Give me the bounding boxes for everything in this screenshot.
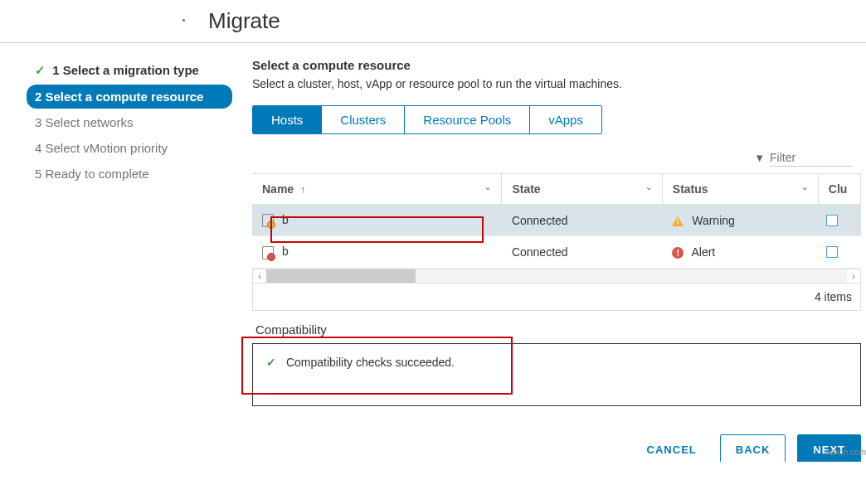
section-title: Select a compute resource bbox=[252, 58, 861, 72]
cell-state: Connected bbox=[502, 205, 662, 236]
host-warning-icon bbox=[262, 214, 274, 227]
alert-icon: ! bbox=[672, 247, 684, 259]
step-label: 2 Select a compute resource bbox=[35, 90, 203, 104]
filter-icon: ▼ bbox=[754, 152, 765, 164]
step-2[interactable]: 2 Select a compute resource bbox=[27, 85, 232, 109]
cluster-icon bbox=[828, 216, 838, 226]
tab-vapps[interactable]: vApps bbox=[530, 106, 601, 133]
scroll-thumb[interactable] bbox=[266, 269, 416, 283]
step-label: 5 Ready to complete bbox=[35, 167, 149, 181]
wizard-steps: ✓ 1 Select a migration type 2 Select a c… bbox=[0, 58, 232, 462]
filter-input[interactable] bbox=[770, 149, 853, 167]
scroll-left-icon[interactable]: ‹ bbox=[253, 271, 266, 281]
horizontal-scrollbar[interactable]: ‹ › bbox=[252, 269, 861, 284]
warning-icon bbox=[672, 216, 684, 226]
scroll-right-icon[interactable]: › bbox=[847, 271, 860, 281]
sort-ascending-icon: ↑ bbox=[300, 184, 305, 196]
step-3: 3 Select networks bbox=[27, 110, 232, 134]
chevron-down-icon[interactable]: ⌄ bbox=[484, 182, 491, 191]
checkmark-icon: ✓ bbox=[35, 63, 46, 77]
cancel-button[interactable]: CANCEL bbox=[635, 435, 708, 462]
scroll-track[interactable] bbox=[266, 269, 847, 283]
step-4: 4 Select vMotion priority bbox=[27, 136, 232, 160]
chevron-down-icon[interactable]: ⌄ bbox=[801, 182, 808, 191]
items-count: 4 items bbox=[252, 284, 861, 311]
host-alert-icon bbox=[262, 246, 274, 259]
table-row[interactable]: b Connected ! Alert bbox=[252, 236, 861, 268]
cell-name: b bbox=[282, 245, 289, 258]
tab-clusters[interactable]: Clusters bbox=[322, 106, 405, 133]
column-name[interactable]: Name ↑ ⌄ bbox=[252, 174, 502, 205]
cluster-icon bbox=[828, 248, 838, 258]
chevron-down-icon[interactable]: ⌄ bbox=[645, 182, 652, 191]
cell-status: Warning bbox=[692, 214, 735, 227]
column-state[interactable]: State ⌄ bbox=[502, 174, 662, 205]
column-cluster[interactable]: Clu bbox=[818, 174, 860, 205]
compatibility-panel: ✓ Compatibility checks succeeded. bbox=[252, 343, 861, 406]
step-label: 1 Select a migration type bbox=[52, 63, 199, 77]
step-1[interactable]: ✓ 1 Select a migration type bbox=[27, 58, 232, 83]
tab-resource-pools[interactable]: Resource Pools bbox=[405, 106, 530, 133]
table-row[interactable]: b Connected Warning bbox=[252, 205, 861, 236]
section-description: Select a cluster, host, vApp or resource… bbox=[252, 77, 861, 90]
step-label: 4 Select vMotion priority bbox=[35, 141, 168, 155]
dialog-title: Migrate bbox=[0, 0, 866, 43]
tab-hosts[interactable]: Hosts bbox=[253, 106, 322, 133]
cell-name: b bbox=[282, 213, 289, 226]
watermark: wsxdn.com bbox=[825, 448, 866, 457]
compatibility-title: Compatibility bbox=[252, 311, 861, 343]
back-button[interactable]: BACK bbox=[720, 434, 786, 462]
column-status[interactable]: Status ⌄ bbox=[662, 174, 818, 205]
step-label: 3 Select networks bbox=[35, 115, 133, 129]
cell-state: Connected bbox=[502, 236, 662, 268]
success-icon: ✓ bbox=[266, 356, 276, 369]
compatibility-message: Compatibility checks succeeded. bbox=[286, 356, 455, 369]
cell-status: Alert bbox=[691, 245, 715, 259]
resource-type-tabs: Hosts Clusters Resource Pools vApps bbox=[252, 105, 602, 134]
step-5: 5 Ready to complete bbox=[27, 162, 232, 186]
